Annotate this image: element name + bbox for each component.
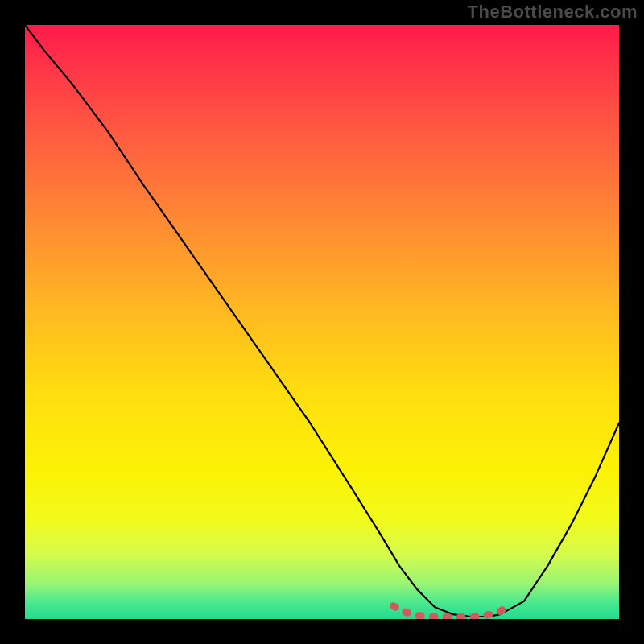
plot-area: [25, 25, 619, 619]
bottleneck-curve: [25, 25, 619, 617]
watermark-text: TheBottleneck.com: [468, 2, 638, 23]
chart-frame: TheBottleneck.com: [0, 0, 644, 644]
optimal-band-marker: [394, 606, 506, 617]
chart-svg: [25, 25, 619, 619]
